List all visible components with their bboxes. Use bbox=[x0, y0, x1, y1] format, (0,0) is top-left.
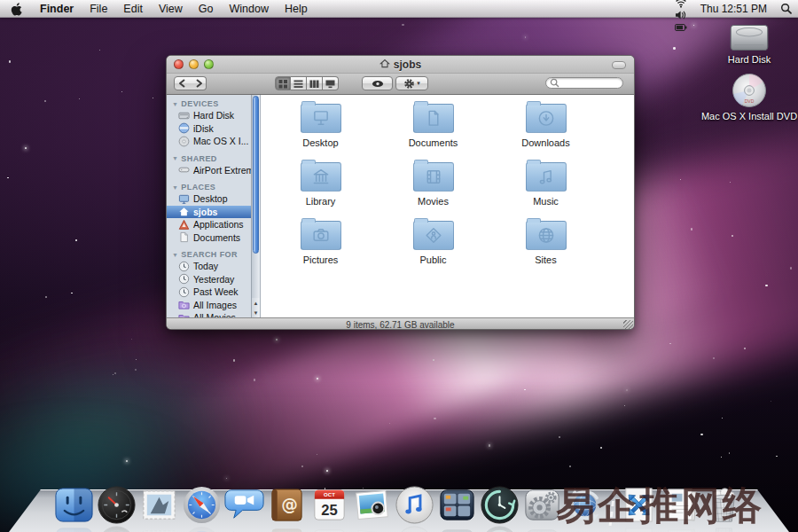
close-button[interactable] bbox=[174, 59, 184, 69]
dock-documents-stack-icon[interactable] bbox=[618, 484, 660, 526]
toolbar-toggle-button[interactable] bbox=[612, 61, 626, 69]
dvd-disc-icon: DVD bbox=[683, 73, 798, 110]
folder-sites[interactable]: Sites bbox=[489, 221, 602, 279]
sidebar-section-places[interactable]: ▼PLACES bbox=[167, 182, 251, 192]
sidebar-item-applications[interactable]: Applications bbox=[167, 218, 251, 231]
sidebar-item-hard-disk[interactable]: Hard Disk bbox=[167, 109, 251, 122]
folder-pictures[interactable]: Pictures bbox=[264, 221, 377, 279]
sidebar-item-all-movies[interactable]: All Movies bbox=[167, 311, 251, 317]
back-button[interactable] bbox=[174, 76, 191, 90]
search-field[interactable] bbox=[545, 77, 623, 89]
search-input[interactable] bbox=[559, 77, 620, 89]
folder-grid: Desktop Documents Downloads Library Movi… bbox=[261, 95, 634, 317]
dock-spaces-icon[interactable] bbox=[436, 484, 478, 526]
folder-label: Pictures bbox=[303, 254, 339, 265]
window-title: sjobs bbox=[379, 58, 421, 71]
dock-address-book-icon[interactable]: @@ bbox=[266, 484, 308, 526]
dock-iphoto-icon[interactable] bbox=[351, 484, 393, 526]
menu-help[interactable]: Help bbox=[277, 3, 316, 15]
scrollbar-arrows[interactable]: ▲▼ bbox=[252, 298, 260, 317]
folder-music[interactable]: Music bbox=[489, 162, 602, 221]
dock-system-preferences-icon[interactable] bbox=[521, 484, 563, 526]
apple-menu-icon[interactable] bbox=[0, 2, 32, 16]
library-folder-icon bbox=[301, 162, 341, 192]
sidebar-item-yesterday[interactable]: Yesterday bbox=[167, 273, 251, 286]
sidebar-section-search-for[interactable]: ▼SEARCH FOR bbox=[167, 249, 251, 260]
menu-finder[interactable]: Finder bbox=[32, 3, 82, 15]
folder-desktop[interactable]: Desktop bbox=[264, 104, 377, 162]
sidebar-section-shared[interactable]: ▼SHARED bbox=[167, 153, 251, 164]
desktop-icon-dvd-disc[interactable]: DVD Mac OS X Install DVD bbox=[683, 73, 798, 121]
spotlight-icon[interactable] bbox=[774, 3, 798, 14]
sidebar-section-devices[interactable]: ▼DEVICES bbox=[167, 98, 251, 109]
folder-public[interactable]: Public bbox=[377, 221, 489, 279]
disclosure-triangle-icon[interactable]: ▼ bbox=[172, 184, 178, 191]
dock: @@OCT25OCT25 bbox=[0, 477, 798, 532]
forward-button[interactable] bbox=[190, 76, 207, 90]
column-view-button[interactable] bbox=[307, 76, 323, 90]
battery-icon[interactable] bbox=[669, 21, 693, 34]
icon-view-button[interactable] bbox=[275, 76, 291, 90]
dock-software-update-icon[interactable] bbox=[564, 484, 606, 526]
scrollbar-thumb[interactable] bbox=[253, 96, 259, 254]
coverflow-view-button[interactable] bbox=[323, 76, 339, 90]
sidebar-item-documents[interactable]: Documents bbox=[167, 231, 251, 245]
dock-finder-icon[interactable] bbox=[53, 484, 95, 526]
menu-bar: FinderFileEditViewGoWindowHelp Thu 12:51… bbox=[0, 0, 798, 18]
zoom-button[interactable] bbox=[204, 59, 214, 69]
status-bar: 9 items, 62.71 GB available bbox=[167, 317, 634, 330]
folder-downloads[interactable]: Downloads bbox=[489, 104, 602, 162]
sidebar-item-desktop[interactable]: Desktop bbox=[167, 192, 251, 206]
disclosure-triangle-icon[interactable]: ▼ bbox=[172, 252, 178, 258]
folder-documents[interactable]: Documents bbox=[377, 104, 489, 162]
folder-label: Sites bbox=[535, 254, 556, 265]
dock-itunes-icon[interactable] bbox=[394, 484, 435, 526]
menu-file[interactable]: File bbox=[82, 3, 115, 15]
disclosure-triangle-icon[interactable]: ▼ bbox=[172, 101, 178, 107]
sidebar-scrollbar[interactable]: ▲▼ bbox=[252, 95, 261, 317]
resize-grip[interactable] bbox=[623, 320, 633, 330]
menu-clock[interactable]: Thu 12:51 PM bbox=[693, 3, 774, 15]
menu-view[interactable]: View bbox=[151, 3, 191, 15]
folder-movies[interactable]: Movies bbox=[377, 162, 489, 221]
dock-time-machine-icon[interactable] bbox=[479, 484, 520, 526]
minimize-button[interactable] bbox=[189, 59, 199, 69]
sidebar-item-idisk[interactable]: iDisk bbox=[167, 122, 251, 136]
dock-trash-icon[interactable] bbox=[703, 484, 745, 526]
dock-dashboard-icon[interactable] bbox=[96, 484, 137, 526]
dock-ical-icon[interactable]: OCT25OCT25 bbox=[309, 484, 350, 526]
folder-library[interactable]: Library bbox=[264, 162, 377, 221]
music-folder-icon bbox=[526, 162, 567, 192]
dock-safari-icon[interactable] bbox=[181, 484, 223, 526]
sidebar-item-today[interactable]: Today bbox=[167, 260, 251, 273]
svg-text:DVD: DVD bbox=[745, 98, 755, 104]
dock-mail-icon[interactable] bbox=[138, 484, 180, 526]
dock-downloads-stack-icon[interactable] bbox=[661, 484, 702, 526]
folder-label: Movies bbox=[418, 196, 449, 207]
svg-text:OCT: OCT bbox=[324, 492, 335, 497]
hard-drive-icon bbox=[683, 23, 798, 53]
sidebar-item-airport-extreme[interactable]: AirPort Extreme bbox=[167, 164, 251, 177]
sidebar-item-sjobs[interactable]: sjobs bbox=[167, 206, 251, 219]
window-titlebar[interactable]: sjobs bbox=[167, 56, 634, 74]
folder-label: Library bbox=[306, 196, 336, 207]
sidebar: ▼DEVICESHard DiskiDiskMac OS X I...⏏▼SHA… bbox=[167, 95, 252, 317]
folder-label: Documents bbox=[409, 137, 458, 148]
menu-window[interactable]: Window bbox=[221, 3, 276, 15]
wifi-icon[interactable] bbox=[669, 0, 693, 9]
list-view-button[interactable] bbox=[291, 76, 307, 90]
sidebar-item-all-images[interactable]: All Images bbox=[167, 299, 251, 312]
quick-look-button[interactable] bbox=[362, 76, 393, 90]
desktop-icon-hard-drive[interactable]: Hard Disk bbox=[683, 23, 798, 65]
window-toolbar: ▾ bbox=[167, 74, 634, 95]
dock-ichat-icon[interactable] bbox=[223, 484, 265, 526]
action-menu-button[interactable]: ▾ bbox=[395, 76, 428, 90]
menu-edit[interactable]: Edit bbox=[115, 3, 151, 15]
sidebar-item-past-week[interactable]: Past Week bbox=[167, 286, 251, 299]
volume-icon[interactable] bbox=[669, 9, 693, 21]
folder-label: Music bbox=[533, 196, 559, 207]
disclosure-triangle-icon[interactable]: ▼ bbox=[172, 155, 178, 161]
desktop-icon-label: Mac OS X Install DVD bbox=[683, 111, 798, 121]
menu-go[interactable]: Go bbox=[191, 3, 222, 15]
sidebar-item-mac-os-x-i-[interactable]: Mac OS X I...⏏ bbox=[167, 135, 251, 148]
